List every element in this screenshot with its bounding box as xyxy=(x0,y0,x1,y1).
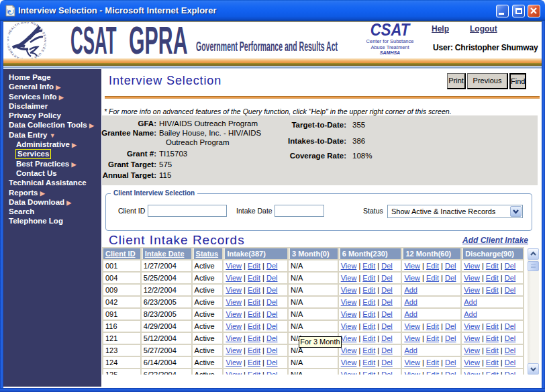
svg-text:Government Performance and Res: Government Performance and Results Act xyxy=(196,39,338,54)
svg-text:CSAT: CSAT xyxy=(70,22,117,59)
svg-text:GPRA: GPRA xyxy=(129,22,188,59)
